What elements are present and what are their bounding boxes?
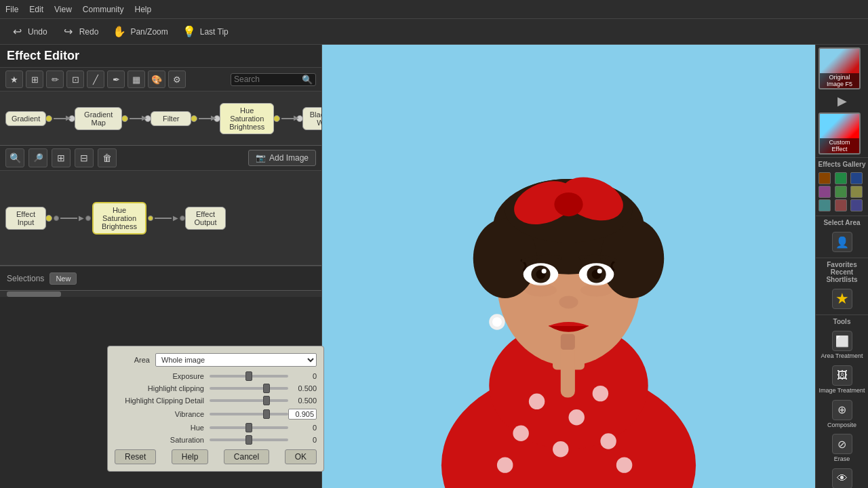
checkerboard-icon-btn[interactable]: ▦ xyxy=(127,70,145,88)
favorites-title: Favorites Recent Shortlists xyxy=(817,261,867,283)
help-button[interactable]: Help xyxy=(172,449,209,464)
redo-button[interactable]: ↪ Redo xyxy=(58,23,102,41)
pen-icon-btn[interactable]: ✒ xyxy=(107,70,125,88)
svg-rect-30 xyxy=(561,334,575,350)
node-gradient-map-wrapper: GradientMap xyxy=(68,107,128,130)
vibrance-slider[interactable] xyxy=(210,413,288,415)
vibrance-value[interactable]: 0.905 xyxy=(288,409,317,420)
settings-row-vibrance: Vibrance 0.905 xyxy=(115,409,317,420)
ok-button[interactable]: OK xyxy=(285,449,317,464)
effect-cell-9[interactable] xyxy=(850,199,863,211)
saturation-slider[interactable] xyxy=(210,439,288,441)
node-gradient-map[interactable]: GradientMap xyxy=(75,107,122,130)
node-effect-output[interactable]: EffectOutput xyxy=(185,207,226,230)
palette-icon-btn[interactable]: 🎨 xyxy=(148,70,165,88)
zoom-out-btn[interactable]: 🔍 xyxy=(5,148,24,167)
star-icon-btn[interactable]: ★ xyxy=(5,70,23,88)
effects-grid xyxy=(817,171,867,213)
thumbnail-original-label: Original Image F5 xyxy=(820,73,859,88)
select-area-title: Select Area xyxy=(817,219,867,226)
image-treatment-item[interactable]: 🖼 Image Treatment xyxy=(817,363,867,397)
exposure-slider[interactable] xyxy=(210,375,288,378)
thumbnail-custom-effect[interactable]: Custom Effect xyxy=(818,113,861,155)
area-treatment-item[interactable]: ⬜ Area Treatment xyxy=(817,328,867,363)
trash-btn[interactable]: 🗑 xyxy=(98,148,117,167)
thumbnail-row: Original Image F5 xyxy=(818,47,865,89)
effect-cell-5[interactable] xyxy=(835,186,847,198)
thumbnail-custom-effect-label: Custom Effect xyxy=(820,138,859,153)
main-photo xyxy=(322,45,815,488)
red-eye-item[interactable]: 👁 Red eye xyxy=(817,466,867,488)
highlight-clipping-value: 0.500 xyxy=(288,384,317,392)
cancel-button[interactable]: Cancel xyxy=(224,449,269,464)
node-effect-input[interactable]: EffectInput xyxy=(5,207,46,230)
select-area-section: Select Area 👤 xyxy=(816,216,868,258)
svg-point-4 xyxy=(569,409,585,425)
effect-cell-1[interactable] xyxy=(818,172,831,184)
effect-cell-8[interactable] xyxy=(835,199,847,211)
menu-edit[interactable]: Edit xyxy=(29,5,43,14)
main-layout: Effect Editor ★ ⊞ ✏ ⊡ ╱ ✒ ▦ 🎨 ⚙ 🔍 Grad xyxy=(0,45,868,488)
node-hsb-bottom-wrapper: HueSaturationBrightness ▶ xyxy=(92,202,185,235)
effect-cell-6[interactable] xyxy=(850,186,863,198)
effect-cell-3[interactable] xyxy=(850,172,863,184)
node-effect-input-wrapper: EffectInput xyxy=(5,207,52,230)
node-hsb-top-dot-right xyxy=(273,115,280,122)
area-row: Area Whole image xyxy=(115,353,317,367)
svg-point-8 xyxy=(600,433,616,449)
nodes-btn[interactable]: ⊟ xyxy=(75,148,94,167)
node-baw-wrapper: Black AndWhite xyxy=(296,107,321,130)
hue-slider[interactable] xyxy=(210,426,288,429)
selections-label: Selections xyxy=(7,274,44,283)
zoom-in-btn[interactable]: 🔎 xyxy=(28,148,47,167)
node-gradient[interactable]: Gradient xyxy=(5,111,46,126)
svg-point-3 xyxy=(529,394,545,409)
menu-help[interactable]: Help xyxy=(135,5,152,14)
effect-cell-4[interactable] xyxy=(818,186,831,198)
select-icon-btn[interactable]: ⊡ xyxy=(66,70,84,88)
grid-icon-btn[interactable]: ⊞ xyxy=(26,70,43,88)
pan-zoom-button[interactable]: ✋ Pan/Zoom xyxy=(109,23,170,41)
search-input[interactable] xyxy=(234,75,302,84)
undo-button[interactable]: ↩ Undo xyxy=(7,23,50,41)
hcd-value: 0.500 xyxy=(288,396,317,405)
hcd-slider[interactable] xyxy=(210,399,288,402)
node-filter-dot-right xyxy=(191,115,197,122)
effect-cell-2[interactable] xyxy=(835,172,847,184)
highlight-clipping-slider[interactable] xyxy=(210,387,288,390)
composite-icon: ⊕ xyxy=(832,400,852,420)
svg-point-27 xyxy=(597,269,602,274)
brush-icon-btn[interactable]: ✏ xyxy=(46,70,64,88)
erase-item[interactable]: ⊘ Erase xyxy=(817,431,867,466)
redo-icon: ↪ xyxy=(61,24,76,39)
add-image-button[interactable]: 📷 Add Image xyxy=(248,150,316,166)
last-tip-button[interactable]: 💡 Last Tip xyxy=(179,23,231,41)
menu-community[interactable]: Community xyxy=(83,5,124,14)
bottom-scroll-thumb[interactable] xyxy=(7,291,61,297)
favorites-star-item[interactable]: ★ xyxy=(817,286,867,312)
node-hsb-top[interactable]: HueSaturationBrightness xyxy=(220,103,274,134)
line-icon-btn[interactable]: ╱ xyxy=(87,70,104,88)
menu-file[interactable]: File xyxy=(5,5,18,14)
reset-button[interactable]: Reset xyxy=(115,449,156,464)
menu-view[interactable]: View xyxy=(54,5,72,14)
menu-bar: File Edit View Community Help xyxy=(0,0,868,19)
select-area-item[interactable]: 👤 xyxy=(817,229,867,255)
arrow-line-2 xyxy=(130,118,143,119)
bottom-scrollbar[interactable] xyxy=(0,290,321,297)
area-treatment-icon: ⬜ xyxy=(832,331,852,351)
selections-new-button[interactable]: New xyxy=(50,272,77,285)
exposure-value: 0 xyxy=(288,372,317,380)
node-hsb-bottom[interactable]: HueSaturationBrightness xyxy=(92,202,146,235)
thumbnail-arrow[interactable]: ▶ xyxy=(818,92,865,110)
composite-item[interactable]: ⊕ Composite xyxy=(817,397,867,432)
thumbnail-original[interactable]: Original Image F5 xyxy=(818,47,861,89)
saturation-label: Saturation xyxy=(115,436,210,444)
saturation-value: 0 xyxy=(288,436,317,444)
node-filter[interactable]: Filter xyxy=(151,111,191,126)
area-select[interactable]: Whole image xyxy=(155,353,317,367)
effect-cell-7[interactable] xyxy=(818,199,831,211)
gear-icon-btn[interactable]: ⚙ xyxy=(168,70,186,88)
node-baw[interactable]: Black AndWhite xyxy=(302,107,321,130)
layout-btn[interactable]: ⊞ xyxy=(52,148,71,167)
